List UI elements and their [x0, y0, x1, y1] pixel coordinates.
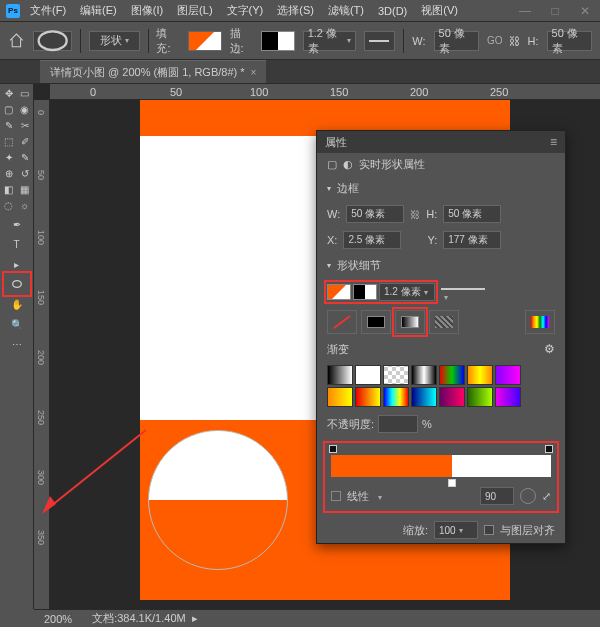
- gradient-preset-7[interactable]: [327, 387, 353, 407]
- marquee-tool[interactable]: ▢: [2, 102, 16, 116]
- color-stop-mid[interactable]: [448, 479, 456, 487]
- stroke-style-select[interactable]: [364, 31, 396, 51]
- menu-view[interactable]: 视图(V): [417, 1, 462, 20]
- align-checkbox[interactable]: [484, 525, 494, 535]
- menu-layer[interactable]: 图层(L): [173, 1, 216, 20]
- height-input[interactable]: 50 像素: [547, 31, 592, 51]
- gradient-editor[interactable]: 线性 90 ⤢: [325, 443, 557, 511]
- blur-tool[interactable]: ◌: [2, 198, 16, 212]
- quick-select-tool[interactable]: ✎: [2, 118, 16, 132]
- dodge-tool[interactable]: ☼: [18, 198, 32, 212]
- stroke-swatch[interactable]: [261, 31, 295, 51]
- prop-w-input[interactable]: 50 像素: [346, 205, 404, 223]
- gradient-preset-9[interactable]: [383, 387, 409, 407]
- stroke-width-input[interactable]: 1.2 像素: [303, 31, 356, 51]
- brush-tool[interactable]: ✎: [18, 150, 32, 164]
- prop-x-input[interactable]: 2.5 像素: [343, 231, 401, 249]
- gradient-preset-4[interactable]: [439, 365, 465, 385]
- gradient-preset-11[interactable]: [439, 387, 465, 407]
- gradient-preset-1[interactable]: [355, 365, 381, 385]
- link-wh-icon[interactable]: GO: [487, 35, 503, 46]
- home-icon[interactable]: [8, 32, 25, 50]
- gradient-tool[interactable]: ▦: [18, 182, 32, 196]
- eyedropper-tool[interactable]: ✐: [18, 134, 32, 148]
- shape-fill-swatch[interactable]: [327, 284, 351, 300]
- fill-none[interactable]: [327, 310, 357, 334]
- maximize-button[interactable]: □: [540, 2, 570, 20]
- zoom-level[interactable]: 200%: [44, 613, 72, 625]
- close-button[interactable]: ✕: [570, 2, 600, 20]
- fill-swatch[interactable]: [188, 31, 222, 51]
- move-tool[interactable]: ✥: [2, 86, 16, 100]
- gradient-preset-13[interactable]: [495, 387, 521, 407]
- color-picker-icon[interactable]: [525, 310, 555, 334]
- fill-gradient[interactable]: [395, 310, 425, 334]
- shape-mode-select[interactable]: 形状: [89, 31, 140, 51]
- menu-select[interactable]: 选择(S): [273, 1, 318, 20]
- menu-filter[interactable]: 滤镜(T): [324, 1, 368, 20]
- gradient-preset-8[interactable]: [355, 387, 381, 407]
- ellipse-shape[interactable]: [148, 430, 288, 570]
- gradient-preset-12[interactable]: [467, 387, 493, 407]
- clone-tool[interactable]: ⊕: [2, 166, 16, 180]
- zoom-tool[interactable]: 🔍: [5, 314, 29, 334]
- gradient-bar[interactable]: [331, 455, 551, 477]
- align-icon[interactable]: ⤢: [542, 490, 551, 503]
- shape-stroke-style[interactable]: [441, 288, 485, 302]
- panel-tab-properties[interactable]: 属性: [325, 135, 347, 150]
- opacity-label: 不透明度:: [327, 417, 374, 432]
- angle-input[interactable]: 90: [480, 487, 514, 505]
- menu-3d[interactable]: 3D(D): [374, 3, 411, 19]
- gradient-preset-5[interactable]: [467, 365, 493, 385]
- angle-dial[interactable]: [520, 488, 536, 504]
- gradient-preset-2[interactable]: [383, 365, 409, 385]
- opacity-stop-right[interactable]: [545, 445, 553, 453]
- ps-logo: Ps: [6, 4, 20, 18]
- tab-close-icon[interactable]: ×: [251, 67, 257, 78]
- shape-stroke-width[interactable]: 1.2 像素: [379, 283, 435, 301]
- gradient-preset-6[interactable]: [495, 365, 521, 385]
- artboard-tool[interactable]: ▭: [18, 86, 32, 100]
- width-label: W:: [412, 35, 425, 47]
- stroke-label: 描边:: [230, 26, 253, 56]
- scale-input[interactable]: 100: [434, 521, 478, 539]
- gradient-preset-0[interactable]: [327, 365, 353, 385]
- type-tool[interactable]: T: [5, 234, 29, 254]
- fill-solid[interactable]: [361, 310, 391, 334]
- style-select[interactable]: [375, 490, 382, 502]
- ellipse-tool[interactable]: [5, 274, 29, 294]
- gradient-preset-3[interactable]: [411, 365, 437, 385]
- shape-detail-head[interactable]: 形状细节: [317, 253, 565, 278]
- gear-icon[interactable]: ⚙: [544, 342, 555, 357]
- menu-file[interactable]: 文件(F): [26, 1, 70, 20]
- tool-shape-icon[interactable]: [33, 31, 72, 51]
- frame-tool[interactable]: ⬚: [2, 134, 16, 148]
- shape-stroke-swatch[interactable]: [353, 284, 377, 300]
- lasso-tool[interactable]: ◉: [18, 102, 32, 116]
- menu-type[interactable]: 文字(Y): [223, 1, 268, 20]
- crop-tool[interactable]: ✂: [18, 118, 32, 132]
- opacity-stop-left[interactable]: [329, 445, 337, 453]
- minimize-button[interactable]: —: [510, 2, 540, 20]
- bounds-section-head[interactable]: 边框: [317, 176, 565, 201]
- path-select-tool[interactable]: ▸: [5, 254, 29, 274]
- spot-heal-tool[interactable]: ✦: [2, 150, 16, 164]
- hand-tool[interactable]: ✋: [5, 294, 29, 314]
- prop-h-input[interactable]: 50 像素: [443, 205, 501, 223]
- eraser-tool[interactable]: ◧: [2, 182, 16, 196]
- scale-label: 缩放:: [403, 523, 428, 538]
- opacity-input[interactable]: [378, 415, 418, 433]
- link-icon[interactable]: ⛓: [410, 209, 420, 220]
- panel-menu-icon[interactable]: ≡: [550, 135, 557, 149]
- reverse-checkbox[interactable]: [331, 491, 341, 501]
- width-input[interactable]: 50 像素: [434, 31, 479, 51]
- prop-y-input[interactable]: 177 像素: [443, 231, 501, 249]
- menu-edit[interactable]: 编辑(E): [76, 1, 121, 20]
- pen-tool[interactable]: ✒: [5, 214, 29, 234]
- gradient-preset-10[interactable]: [411, 387, 437, 407]
- more-tools[interactable]: ⋯: [5, 334, 29, 354]
- history-brush-tool[interactable]: ↺: [18, 166, 32, 180]
- fill-pattern[interactable]: [429, 310, 459, 334]
- menu-image[interactable]: 图像(I): [127, 1, 167, 20]
- document-tab[interactable]: 详情页小图 @ 200% (椭圆 1, RGB/8#) * ×: [40, 60, 266, 83]
